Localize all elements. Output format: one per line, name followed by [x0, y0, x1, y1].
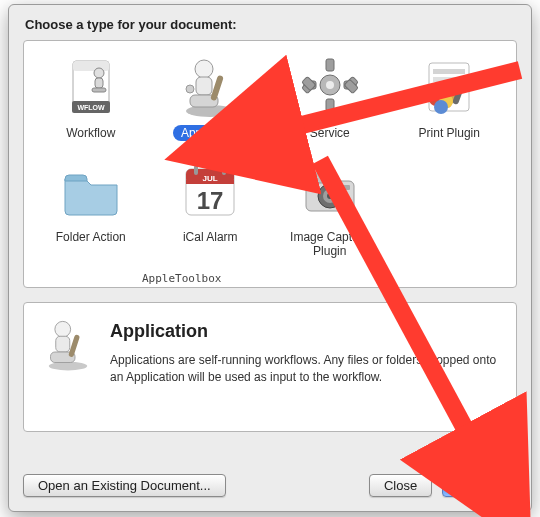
svg-rect-6: [92, 88, 106, 92]
description-icon: [40, 317, 96, 413]
svg-point-14: [326, 81, 334, 89]
svg-point-32: [434, 100, 448, 114]
watermark-text: AppleToolbox: [142, 272, 221, 285]
type-label: Application: [173, 125, 248, 141]
svg-rect-45: [342, 185, 350, 190]
print-plugin-icon: [417, 55, 481, 119]
ical-alarm-icon: JUL 17: [178, 159, 242, 223]
svg-rect-37: [222, 165, 226, 175]
type-label: Service: [302, 125, 358, 141]
type-label: Print Plugin: [411, 125, 488, 141]
svg-rect-5: [95, 78, 103, 88]
type-application[interactable]: Application: [154, 55, 268, 141]
svg-rect-9: [196, 77, 212, 95]
description-body: Applications are self-running workflows.…: [110, 352, 500, 386]
open-existing-button[interactable]: Open an Existing Document...: [23, 474, 226, 497]
svg-rect-26: [433, 85, 453, 90]
svg-text:JUL: JUL: [203, 174, 218, 183]
document-type-panel: WFLOW Workflow: [23, 40, 517, 288]
type-workflow[interactable]: WFLOW Workflow: [34, 55, 148, 141]
svg-point-8: [195, 60, 213, 78]
description-panel: Application Applications are self-runnin…: [23, 302, 517, 432]
choose-button[interactable]: Choose: [442, 474, 517, 497]
workflow-icon: WFLOW: [59, 55, 123, 119]
button-row: Open an Existing Document... Close Choos…: [23, 474, 517, 497]
description-title: Application: [110, 321, 500, 342]
type-label: Workflow: [58, 125, 123, 141]
svg-rect-15: [326, 59, 334, 71]
type-label: Image Capture Plugin: [273, 229, 387, 259]
svg-rect-16: [326, 99, 334, 111]
prompt-label: Choose a type for your document:: [25, 17, 517, 32]
svg-point-44: [327, 193, 333, 199]
svg-text:WFLOW: WFLOW: [77, 104, 105, 111]
svg-rect-24: [433, 69, 465, 74]
type-folder-action[interactable]: Folder Action: [34, 159, 148, 259]
svg-rect-36: [194, 165, 198, 175]
image-capture-icon: [298, 159, 362, 223]
type-label: iCal Alarm: [175, 229, 246, 245]
svg-point-4: [94, 68, 104, 78]
svg-rect-48: [56, 336, 70, 352]
type-label: Folder Action: [48, 229, 134, 245]
close-button[interactable]: Close: [369, 474, 432, 497]
folder-action-icon: [59, 159, 123, 223]
svg-text:17: 17: [197, 187, 224, 214]
svg-point-12: [186, 85, 194, 93]
type-image-capture-plugin[interactable]: Image Capture Plugin: [273, 159, 387, 259]
svg-rect-1: [73, 61, 109, 71]
template-chooser-sheet: Choose a type for your document: WFLOW: [8, 4, 532, 512]
application-icon: [178, 55, 242, 119]
service-icon: [298, 55, 362, 119]
type-service[interactable]: Service: [273, 55, 387, 141]
svg-point-47: [55, 321, 71, 337]
svg-rect-41: [312, 173, 330, 183]
type-ical-alarm[interactable]: JUL 17 iCal Alarm: [154, 159, 268, 259]
type-print-plugin[interactable]: Print Plugin: [393, 55, 507, 141]
